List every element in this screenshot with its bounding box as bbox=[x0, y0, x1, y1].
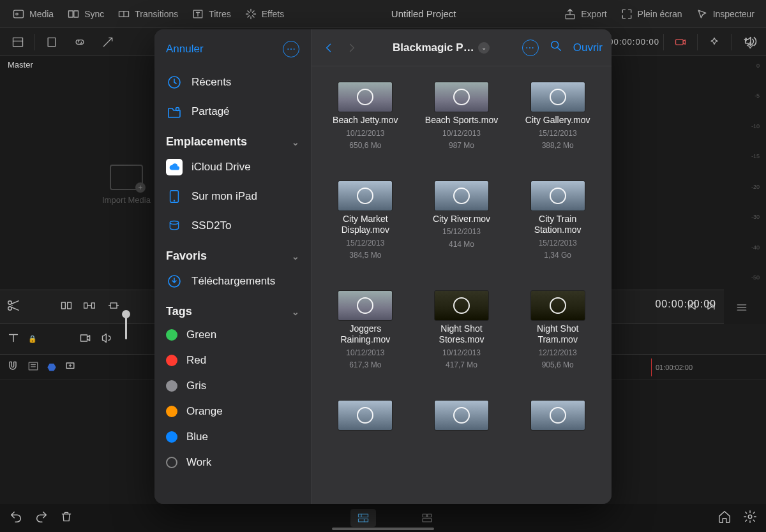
file-item[interactable]: Night Shot Stores.mov10/12/2013417,7 Mo bbox=[419, 290, 504, 371]
sidebar-item-recents[interactable]: Récents bbox=[154, 68, 311, 97]
fullscreen-icon bbox=[620, 7, 634, 21]
sidebar-item-ssd[interactable]: SSD2To bbox=[154, 211, 311, 240]
redo-icon[interactable] bbox=[34, 510, 49, 526]
chevron-down-icon: ⌄ bbox=[292, 307, 299, 317]
nav-forward-icon[interactable] bbox=[343, 40, 360, 56]
svg-point-27 bbox=[176, 108, 179, 111]
open-button[interactable]: Ouvrir bbox=[573, 41, 603, 54]
export-button[interactable]: Export bbox=[559, 7, 610, 21]
trash-icon[interactable] bbox=[60, 510, 73, 526]
file-thumbnail bbox=[338, 290, 393, 321]
layout-button[interactable] bbox=[5, 32, 31, 52]
sidebar-tag-gris[interactable]: Gris bbox=[154, 373, 311, 399]
file-item[interactable]: Beach Sports.mov10/12/2013987 Mo bbox=[419, 82, 504, 151]
tag-dot-blue bbox=[166, 431, 177, 443]
tab-transitions[interactable]: Transitions bbox=[113, 7, 182, 21]
cancel-button[interactable]: Annuler bbox=[166, 43, 204, 55]
flag-icon[interactable]: ⬣ bbox=[47, 361, 56, 373]
file-item[interactable]: City Market Display.mov15/12/2013384,5 M… bbox=[323, 181, 408, 261]
sparkle-button[interactable] bbox=[702, 32, 727, 52]
file-item[interactable]: Night Shot Tram.mov12/12/2013905,6 Mo bbox=[515, 290, 600, 371]
sidebar-shared-label: Partagé bbox=[192, 105, 230, 118]
split-icon[interactable] bbox=[59, 299, 74, 314]
camera-button[interactable] bbox=[668, 32, 693, 52]
svg-point-10 bbox=[8, 301, 12, 305]
video-track-icon[interactable] bbox=[78, 332, 93, 347]
file-item[interactable]: City River.mov15/12/2013414 Mo bbox=[419, 181, 504, 261]
text-track-icon[interactable] bbox=[6, 331, 20, 348]
lock-icon[interactable]: 🔒 bbox=[28, 335, 37, 343]
icloud-icon bbox=[166, 159, 183, 175]
file-date: 10/12/2013 bbox=[442, 348, 481, 358]
marker-list-icon[interactable] bbox=[27, 360, 40, 375]
file-item[interactable]: City Train Station.mov15/12/20131,34 Go bbox=[515, 181, 600, 261]
tab-media[interactable]: Media bbox=[8, 7, 57, 21]
file-thumbnail bbox=[434, 290, 489, 321]
svg-rect-7 bbox=[13, 38, 23, 46]
sidebar-item-ipad[interactable]: Sur mon iPad bbox=[154, 182, 311, 211]
file-name: City Train Station.mov bbox=[516, 214, 599, 236]
undo-icon[interactable] bbox=[9, 510, 23, 526]
sidebar-recents-label: Récents bbox=[192, 76, 231, 89]
browser-title[interactable]: Blackmagic P… bbox=[393, 41, 474, 54]
nav-back-icon[interactable] bbox=[320, 40, 337, 56]
locations-section-header[interactable]: Emplacements ⌄ bbox=[154, 126, 311, 152]
transport-menu-icon[interactable] bbox=[735, 301, 748, 316]
trim-icon[interactable] bbox=[80, 299, 98, 314]
tab-effets-label: Effets bbox=[262, 9, 285, 19]
file-date: 10/12/2013 bbox=[346, 129, 384, 139]
tags-section-header[interactable]: Tags ⌄ bbox=[154, 296, 311, 322]
sidebar-item-icloud[interactable]: iCloud Drive bbox=[154, 152, 311, 182]
wand-button[interactable] bbox=[95, 32, 121, 52]
title-chevron-icon[interactable]: ⌄ bbox=[478, 42, 490, 54]
cut-page-tab[interactable] bbox=[350, 509, 376, 527]
sidebar-tag-blue[interactable]: Blue bbox=[154, 424, 311, 450]
header-more-icon[interactable]: ⋯ bbox=[522, 40, 539, 56]
sidebar-item-downloads[interactable]: Téléchargements bbox=[154, 267, 311, 296]
file-browser-main: Blackmagic P… ⌄ ⋯ Ouvrir Beach Jetty.mov… bbox=[312, 29, 612, 504]
favorites-section-header[interactable]: Favoris ⌄ bbox=[154, 240, 311, 267]
play-ring-icon bbox=[453, 188, 470, 204]
file-item[interactable] bbox=[323, 400, 408, 431]
import-media-drop[interactable]: Import Media bbox=[102, 165, 151, 205]
home-icon[interactable] bbox=[717, 510, 732, 526]
drive-icon bbox=[166, 218, 183, 234]
svg-rect-20 bbox=[359, 514, 368, 517]
magnet-icon[interactable] bbox=[6, 360, 19, 375]
project-title: Untitled Project bbox=[391, 8, 456, 19]
audio-track-icon[interactable] bbox=[101, 332, 114, 347]
clock-icon bbox=[166, 74, 183, 91]
inspector-button[interactable]: Inspecteur bbox=[691, 7, 758, 21]
clip-button[interactable] bbox=[39, 32, 64, 52]
sidebar-tag-red[interactable]: Red bbox=[154, 348, 311, 373]
sidebar-item-shared[interactable]: Partagé bbox=[154, 97, 311, 126]
slide-icon[interactable] bbox=[105, 299, 123, 314]
settings-icon[interactable] bbox=[743, 510, 757, 526]
tab-effets[interactable]: Effets bbox=[240, 7, 289, 21]
svg-rect-21 bbox=[359, 519, 368, 522]
volume-icon[interactable] bbox=[743, 34, 757, 51]
scissors-icon[interactable] bbox=[6, 299, 20, 315]
file-item[interactable]: Joggers Raining.mov10/12/2013617,3 Mo bbox=[323, 290, 408, 371]
import-media-label: Import Media bbox=[102, 195, 151, 205]
fullscreen-button[interactable]: Plein écran bbox=[616, 7, 686, 21]
file-item[interactable]: Beach Jetty.mov10/12/2013650,6 Mo bbox=[323, 82, 408, 151]
tag-dot-orange bbox=[166, 406, 177, 417]
file-date: 15/12/2013 bbox=[442, 227, 481, 237]
sidebar-tag-work[interactable]: Work bbox=[154, 450, 311, 475]
search-icon[interactable] bbox=[549, 39, 563, 56]
tab-titres[interactable]: Titres bbox=[187, 7, 234, 21]
link-button[interactable] bbox=[67, 32, 93, 52]
file-item[interactable]: City Gallery.mov15/12/2013388,2 Mo bbox=[515, 82, 600, 151]
sidebar-tag-orange[interactable]: Orange bbox=[154, 399, 311, 424]
tab-sync[interactable]: Sync bbox=[63, 7, 108, 21]
play-ring-icon bbox=[453, 407, 470, 424]
svg-rect-6 bbox=[566, 14, 574, 18]
play-ring-icon bbox=[453, 297, 470, 314]
file-item[interactable] bbox=[515, 400, 600, 431]
sidebar-more-icon[interactable]: ⋯ bbox=[283, 41, 299, 57]
file-item[interactable] bbox=[419, 400, 504, 431]
add-marker-icon[interactable] bbox=[64, 360, 77, 375]
edit-page-tab[interactable] bbox=[414, 509, 440, 527]
sidebar-tag-green[interactable]: Green bbox=[154, 322, 311, 348]
